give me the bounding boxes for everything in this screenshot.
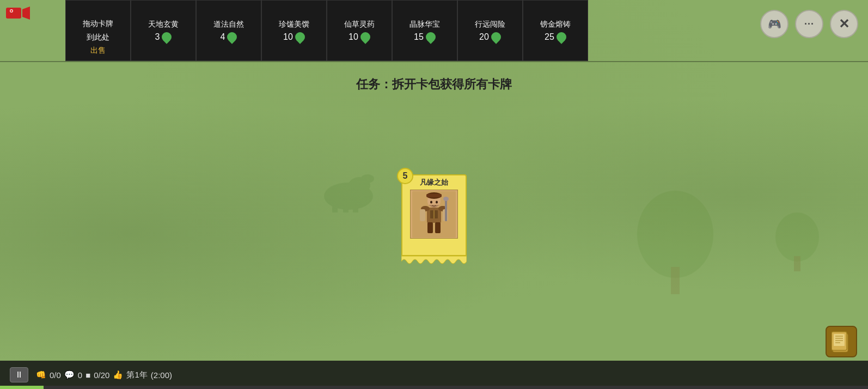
leaf-icon-7 xyxy=(554,30,568,44)
progress-bar-fill xyxy=(0,386,44,389)
status-square: ■ 0/20 xyxy=(85,370,109,380)
year-label: 第1年 xyxy=(126,370,147,380)
pause-icon: ⏸ xyxy=(15,370,23,380)
status-hand-icon: 👊 0/0 xyxy=(36,370,61,380)
timer-label: (2:00) xyxy=(151,370,172,380)
shop-card-xingyuan-cost: 20 xyxy=(479,32,501,42)
shop-card-daofa-cost: 4 xyxy=(221,32,237,42)
svg-rect-33 xyxy=(834,334,845,346)
deco-dinosaur xyxy=(316,158,381,215)
square-icon: ■ xyxy=(85,370,90,380)
deco-tree-right xyxy=(770,207,824,275)
svg-rect-9 xyxy=(353,206,358,212)
svg-point-30 xyxy=(443,197,449,201)
card-body: 凡缘之始 xyxy=(401,174,467,256)
svg-rect-10 xyxy=(6,8,21,19)
card-wavy-svg xyxy=(401,256,467,266)
bubble-icon: 💬 xyxy=(64,370,75,380)
hand-value: 0/0 xyxy=(50,370,61,380)
shop-card-zhenzhan-name: 珍馐美馔 xyxy=(279,19,309,29)
shop-card-tiandi-name: 天地玄黄 xyxy=(148,19,179,29)
shop-card-zhenzhan-cost: 10 xyxy=(283,32,305,42)
mission-text: 任务：拆开卡包获得所有卡牌 xyxy=(356,76,512,93)
svg-marker-11 xyxy=(22,7,30,20)
bubble-value: 0 xyxy=(78,370,82,380)
svg-rect-21 xyxy=(420,209,425,221)
progress-bar-container xyxy=(0,386,868,389)
svg-rect-1 xyxy=(671,267,680,294)
deco-tree-left xyxy=(626,180,724,302)
leaf-icon-3 xyxy=(293,30,307,44)
shop-card-daofa[interactable]: 道法自然 4 xyxy=(196,0,261,61)
more-icon: ··· xyxy=(804,19,814,30)
svg-rect-23 xyxy=(427,222,433,233)
square-value: 0/20 xyxy=(94,370,109,380)
leaf-icon-2 xyxy=(225,30,239,44)
shop-card-pojin-cost: 25 xyxy=(545,32,566,42)
card-deck-icon xyxy=(832,331,851,352)
svg-rect-8 xyxy=(343,207,349,212)
top-right-controls: 🎮 ··· ✕ xyxy=(760,10,858,38)
card-title: 凡缘之始 xyxy=(419,175,449,189)
card-badge: 5 xyxy=(397,168,413,184)
leaf-icon-5 xyxy=(424,30,437,44)
status-clap: 👍 第1年 (2:00) xyxy=(113,370,172,380)
svg-point-13 xyxy=(11,10,13,12)
shop-card-jingmai-cost: 15 xyxy=(414,32,436,42)
close-button[interactable]: ✕ xyxy=(830,10,858,38)
center-card[interactable]: 5 凡缘之始 xyxy=(401,174,467,256)
record-icon xyxy=(4,4,32,22)
shop-card-tiandi-cost: 3 xyxy=(155,32,172,42)
svg-rect-3 xyxy=(794,256,800,271)
shop-cards-container: 拖动卡牌 到此处 出售 天地玄黄 3 道法自然 4 珍馐美馔 10 仙草灵药 xyxy=(65,0,588,61)
shop-card-jingmai[interactable]: 晶脉华宝 15 xyxy=(392,0,457,61)
svg-rect-17 xyxy=(426,194,442,197)
shop-card-tiandi[interactable]: 天地玄黄 3 xyxy=(131,0,196,61)
more-button[interactable]: ··· xyxy=(795,10,823,38)
leaf-icon-6 xyxy=(489,30,503,44)
shop-card-daofa-name: 道法自然 xyxy=(213,19,244,29)
shop-card-pojin-name: 镑金熔铸 xyxy=(540,19,571,29)
leaf-icon-4 xyxy=(358,30,372,44)
drag-sell-label: 出售 xyxy=(90,45,106,55)
separator-line xyxy=(0,61,868,62)
card-person-svg xyxy=(412,191,456,238)
svg-rect-29 xyxy=(445,199,447,221)
shop-card-xingyuan[interactable]: 行远闯险 20 xyxy=(457,0,523,61)
top-bar: 拖动卡牌 到此处 出售 天地玄黄 3 道法自然 4 珍馐美馔 10 仙草灵药 xyxy=(0,0,868,61)
bottom-bar: ⏸ 👊 0/0 💬 0 ■ 0/20 👍 第1年 (2:00) xyxy=(0,361,868,389)
svg-point-26 xyxy=(436,200,438,203)
svg-rect-24 xyxy=(435,222,441,233)
shop-card-pojin[interactable]: 镑金熔铸 25 xyxy=(523,0,588,61)
hand-icon: 👊 xyxy=(36,370,46,380)
shop-card-xingyuan-name: 行远闯险 xyxy=(475,19,505,29)
gamepad-button[interactable]: 🎮 xyxy=(760,10,788,38)
svg-point-0 xyxy=(637,191,713,278)
status-bubble: 💬 0 xyxy=(64,370,82,380)
gamepad-icon: 🎮 xyxy=(768,17,781,31)
drag-label-1: 拖动卡牌 xyxy=(83,19,113,28)
shop-card-jingmai-name: 晶脉华宝 xyxy=(409,19,440,29)
shop-card-xiancao-name: 仙草灵药 xyxy=(344,19,375,29)
svg-rect-7 xyxy=(332,206,338,212)
svg-point-2 xyxy=(775,212,819,262)
shop-card-xiancao[interactable]: 仙草灵药 10 xyxy=(327,0,392,61)
svg-point-25 xyxy=(430,200,432,203)
drag-sell-card[interactable]: 拖动卡牌 到此处 出售 xyxy=(65,0,131,61)
shop-card-zhenzhan[interactable]: 珍馐美馔 10 xyxy=(261,0,327,61)
svg-point-6 xyxy=(361,174,374,183)
leaf-icon xyxy=(160,30,174,44)
card-image xyxy=(410,190,458,239)
card-deck-button[interactable] xyxy=(826,326,857,357)
close-icon: ✕ xyxy=(839,16,849,32)
shop-card-xiancao-cost: 10 xyxy=(349,32,370,42)
clap-icon: 👍 xyxy=(113,370,123,380)
drag-label-2: 到此处 xyxy=(87,32,109,42)
pause-button[interactable]: ⏸ xyxy=(10,367,28,382)
